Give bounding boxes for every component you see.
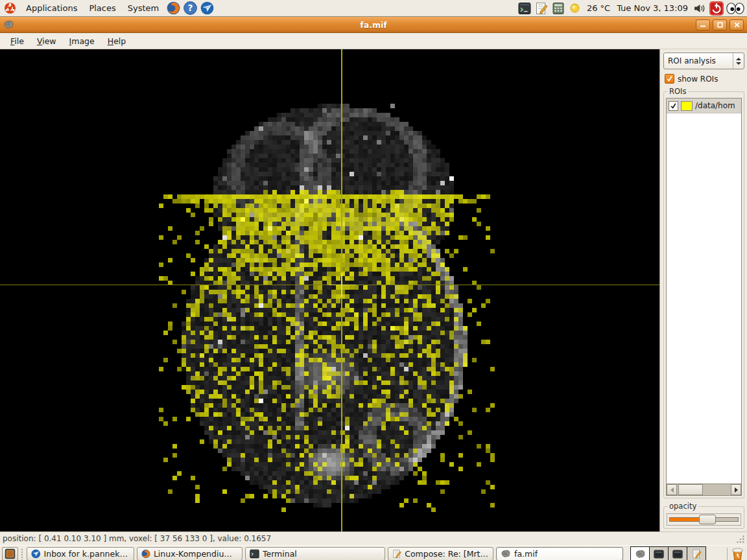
task-label: Inbox for k.pannek1... [44,549,130,559]
gnome-top-panel: Applications Places System ? [0,0,747,17]
opacity-label: opacity [667,502,698,511]
combo-spin-arrows-icon[interactable] [733,53,744,69]
roi-list-item[interactable]: /data/hom [667,99,741,113]
roi-item-checkbox[interactable] [669,101,678,111]
help-launcher-icon[interactable]: ? [182,1,198,16]
maximize-button[interactable] [713,19,727,30]
scrollbar-thumb[interactable] [678,484,703,495]
switcher-cell-brain[interactable] [630,546,650,560]
roi-list-hscrollbar[interactable] [667,484,741,495]
window-menubar: File View Image Help [0,33,747,49]
window-title: fa.mif [0,20,747,30]
tool-selector-combobox[interactable]: ROI analysis [663,52,744,69]
show-rois-checkbox[interactable] [665,74,674,84]
task-button-famif[interactable]: fa.mif [496,547,623,560]
image-viewport [0,49,659,531]
firefox-launcher-icon[interactable] [165,1,181,16]
image-canvas[interactable] [0,49,659,531]
task-button-inbox[interactable]: Inbox for k.pannek1... [27,547,134,560]
show-desktop-button[interactable] [2,547,18,560]
menu-view[interactable]: View [30,35,63,47]
task-button-browser[interactable]: Linux-Kompendium: ... [137,547,243,560]
scroll-right-button[interactable] [731,484,741,495]
eyes-applet-icon[interactable] [726,1,744,16]
taskbar-separator [727,548,728,560]
trash-icon[interactable] [731,547,744,560]
resize-grip[interactable] [736,535,744,543]
menu-system[interactable]: System [122,0,165,16]
roi-color-swatch[interactable] [681,101,693,111]
tasklist-drag-handle[interactable] [21,548,24,560]
roi-list-empty-area[interactable] [667,113,741,484]
switcher-cell-editor[interactable] [687,546,706,560]
volume-icon[interactable] [693,1,707,16]
menu-file[interactable]: File [4,35,30,47]
opacity-slider-handle[interactable] [699,515,716,524]
temperature-label[interactable]: 26 °C [585,3,612,13]
switcher-cell-terminal-1[interactable] [649,546,669,560]
menu-help[interactable]: Help [101,35,133,47]
panel-menus: Applications Places System ? [0,0,215,16]
menu-applications[interactable]: Applications [20,0,83,16]
desktop: Applications Places System ? [0,0,747,560]
menu-image[interactable]: Image [63,35,101,47]
opacity-slider[interactable] [667,513,741,526]
rois-group: ROIs /data/hom [663,87,744,498]
tool-selector-value: ROI analysis [664,56,733,65]
task-label: Terminal [263,549,297,559]
menu-places[interactable]: Places [83,0,121,16]
show-rois-row[interactable]: show ROIs [665,74,744,84]
task-label: Linux-Kompendium: ... [154,549,238,559]
window-titlebar[interactable]: fa.mif [0,17,747,33]
thunderbird-launcher-icon[interactable] [199,1,215,16]
terminal-tray-icon[interactable] [517,1,532,16]
scroll-left-button[interactable] [667,484,677,495]
svg-text:?: ? [187,3,193,13]
rois-group-label: ROIs [667,87,688,96]
ubuntu-logo-icon[interactable] [0,2,20,14]
calculator-tray-icon[interactable] [551,1,565,16]
bottom-taskbar: Inbox for k.pannek1... Linux-Kompendium:… [0,545,747,560]
statusbar: position: [ 0.41 0.10 3.10 ] mm, voxel: … [0,531,747,545]
window-switcher [631,546,706,560]
minimize-button[interactable] [696,19,710,30]
weather-sun-icon[interactable] [568,1,582,16]
task-button-compose[interactable]: Compose: Re: [Mrtri... [388,547,493,560]
trash-applet[interactable] [723,547,745,560]
roi-list: /data/hom [666,98,742,496]
show-rois-label: show ROIs [678,75,718,84]
close-button[interactable] [729,19,744,30]
roi-item-path: /data/hom [695,101,735,110]
notes-tray-icon[interactable] [534,1,549,16]
task-label: fa.mif [514,549,538,559]
power-icon[interactable] [709,1,724,16]
position-readout: position: [ 0.41 0.10 3.10 ] mm, voxel: … [3,534,271,543]
switcher-cell-terminal-2[interactable] [668,546,687,560]
roi-sidebar: ROI analysis show ROIs ROIs /dat [659,49,747,531]
task-button-terminal[interactable]: Terminal [245,547,385,560]
task-label: Compose: Re: [Mrtri... [405,549,489,559]
opacity-group: opacity [663,502,744,529]
clock-label[interactable]: Tue Nov 3, 13:09 [615,3,690,13]
panel-tray: 26 °C Tue Nov 3, 13:09 [517,0,747,16]
